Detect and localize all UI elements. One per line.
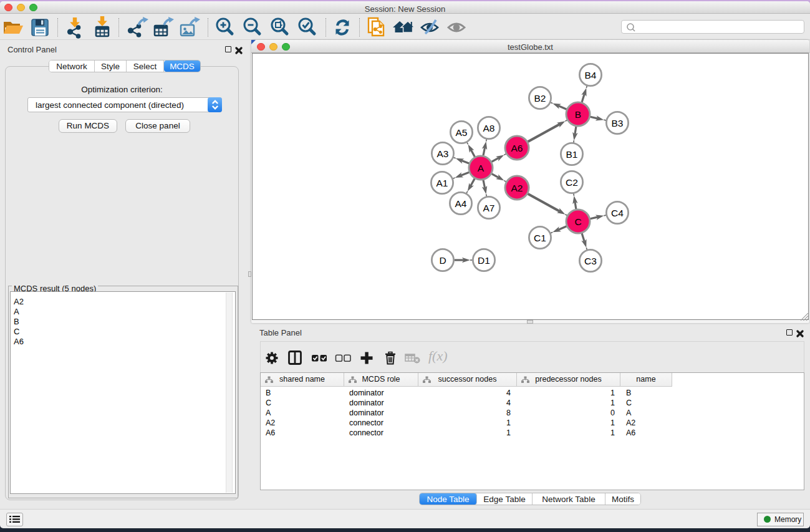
svg-text:C: C bbox=[574, 216, 581, 227]
svg-text:C3: C3 bbox=[584, 256, 597, 266]
svg-text:A3: A3 bbox=[437, 148, 449, 159]
svg-text:A1: A1 bbox=[436, 178, 448, 188]
svg-text:C1: C1 bbox=[534, 233, 546, 243]
svg-text:A6: A6 bbox=[511, 143, 523, 153]
svg-text:D1: D1 bbox=[478, 255, 490, 266]
svg-text:C4: C4 bbox=[611, 208, 624, 218]
svg-text:A4: A4 bbox=[455, 198, 467, 209]
svg-text:B3: B3 bbox=[612, 118, 624, 128]
svg-text:B1: B1 bbox=[566, 149, 578, 160]
svg-text:B4: B4 bbox=[585, 70, 597, 80]
svg-text:B: B bbox=[575, 109, 581, 120]
svg-text:B2: B2 bbox=[534, 93, 546, 104]
svg-text:A: A bbox=[478, 163, 485, 173]
svg-text:A2: A2 bbox=[511, 183, 523, 193]
svg-text:D: D bbox=[439, 255, 446, 266]
svg-text:A8: A8 bbox=[483, 123, 495, 133]
svg-text:A5: A5 bbox=[456, 127, 468, 138]
svg-text:C2: C2 bbox=[566, 177, 578, 188]
svg-text:A7: A7 bbox=[483, 203, 495, 213]
